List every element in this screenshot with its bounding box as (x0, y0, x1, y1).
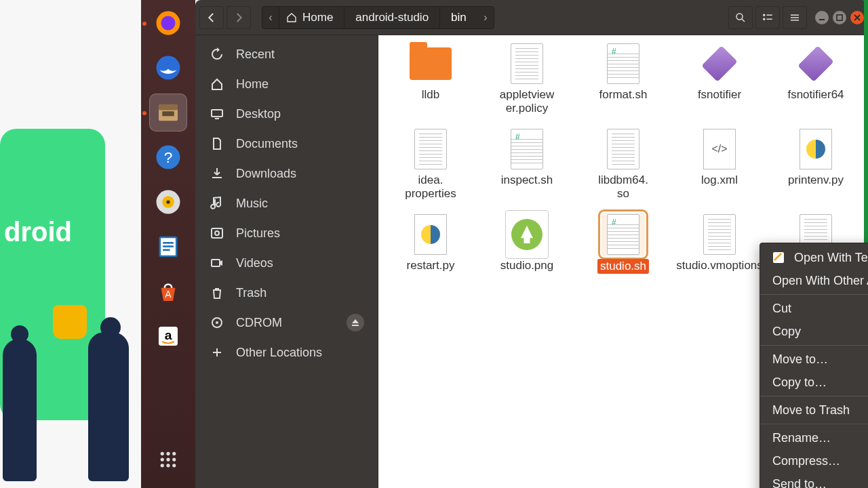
path-next-icon[interactable]: › (477, 12, 494, 24)
sidebar-item-videos[interactable]: Videos (195, 248, 378, 278)
file-item[interactable]: printenv.py (775, 127, 856, 201)
file-label: libdbm64.so (598, 174, 648, 201)
window-close-button[interactable] (850, 11, 864, 24)
sidebar-item-music[interactable]: Music (195, 188, 378, 218)
context-menu-item[interactable]: CopyCtrl+C (760, 320, 868, 343)
dock-software[interactable]: A (149, 272, 187, 310)
nav-forward-button[interactable] (226, 6, 251, 29)
sidebar-item-label: Videos (236, 256, 273, 270)
dock-show-apps[interactable] (149, 441, 187, 479)
dock-help[interactable]: ? (149, 138, 187, 176)
context-menu-label: Cut (772, 302, 791, 316)
file-label: idea.properties (405, 174, 456, 201)
hamburger-menu-button[interactable] (783, 6, 807, 29)
context-menu-label: Open With Text Editor (794, 251, 868, 265)
path-prev-icon[interactable]: ‹ (262, 12, 279, 24)
svg-rect-30 (763, 18, 765, 20)
file-item[interactable]: appletviewer.policy (486, 42, 568, 115)
video-background: droid (0, 0, 142, 488)
dock-rhythmbox[interactable] (149, 183, 187, 221)
dock-writer[interactable] (149, 228, 187, 266)
context-menu-item[interactable]: Open With Other Application (760, 269, 868, 292)
context-menu-item[interactable]: Compress… (760, 449, 868, 472)
file-icon (601, 127, 645, 171)
file-item[interactable]: idea.properties (390, 127, 471, 201)
sidebar-item-label: Home (236, 77, 269, 92)
sidebar-item-label: Documents (236, 137, 298, 151)
file-item[interactable]: fsnotifier (679, 42, 760, 115)
file-icon (601, 42, 645, 85)
svg-text:A: A (165, 289, 172, 300)
path-label: android-studio (355, 11, 429, 24)
svg-rect-34 (791, 17, 799, 18)
file-item[interactable]: lldb (390, 42, 471, 115)
dock-amazon[interactable]: a (149, 317, 187, 355)
context-menu-item[interactable]: Rename…F2 (760, 426, 868, 449)
svg-point-22 (161, 458, 164, 461)
file-item[interactable]: restart.py (390, 213, 471, 274)
pictures-icon (210, 226, 224, 240)
file-item[interactable]: fsnotifier64 (775, 42, 856, 115)
context-menu-item[interactable]: Copy to… (760, 371, 868, 394)
view-toggle-button[interactable] (755, 6, 780, 29)
recent-icon (210, 47, 224, 61)
sidebar-item-documents[interactable]: Documents (195, 129, 378, 159)
dock-firefox[interactable] (149, 4, 187, 42)
sidebar-item-home[interactable]: Home (195, 69, 378, 99)
sidebar-item-label: Pictures (236, 226, 280, 241)
ubuntu-dock: ? A a (141, 0, 195, 488)
file-icon: </> (698, 127, 741, 171)
file-icon (409, 42, 452, 85)
file-item[interactable]: studio.png (486, 213, 568, 274)
file-label: printenv.py (788, 174, 844, 187)
sidebar-item-disc[interactable]: CDROM (195, 308, 378, 338)
sidebar-item-trash[interactable]: Trash (195, 278, 378, 308)
file-item[interactable]: format.sh (583, 42, 664, 115)
search-button[interactable] (728, 6, 753, 29)
eject-button[interactable] (347, 314, 364, 331)
path-segment-android-studio[interactable]: android-studio (344, 7, 439, 28)
file-label: appletviewer.policy (500, 88, 554, 115)
other-icon (210, 346, 224, 359)
sidebar-item-pictures[interactable]: Pictures (195, 218, 378, 248)
context-menu-item[interactable]: Move to TrashDelete (760, 399, 868, 422)
sidebar-item-desktop[interactable]: Desktop (195, 99, 378, 129)
dock-files[interactable] (149, 94, 187, 131)
file-item[interactable]: libdbm64.so (583, 127, 664, 201)
context-menu-label: Move to… (772, 352, 828, 367)
context-menu-item[interactable]: Move to… (760, 348, 868, 371)
file-item[interactable]: inspect.sh (486, 127, 568, 201)
file-item[interactable]: studio.sh (583, 213, 664, 274)
path-label: Home (302, 11, 333, 24)
file-icon (601, 213, 645, 256)
file-label: inspect.sh (501, 174, 553, 187)
context-menu-item[interactable]: CutCtrl+X (760, 297, 868, 320)
path-segment-home[interactable]: Home (279, 7, 344, 28)
context-menu-item[interactable]: Send to… (760, 472, 868, 488)
file-item[interactable]: </>log.xml (679, 127, 760, 201)
svg-rect-35 (791, 20, 799, 21)
window-minimize-button[interactable] (815, 11, 829, 24)
svg-point-20 (166, 452, 170, 455)
context-menu-label: Copy (772, 325, 801, 339)
file-view[interactable]: lldbappletviewer.policyformat.shfsnotifi… (378, 35, 868, 488)
dock-thunderbird[interactable] (149, 49, 187, 87)
file-label: restart.py (407, 259, 455, 272)
path-segment-bin[interactable]: bin (439, 7, 477, 28)
context-menu-label: Move to Trash (772, 403, 850, 418)
file-item[interactable]: studio.vmoptions (679, 213, 760, 274)
context-menu-label: Open With Other Application (772, 274, 868, 288)
sidebar-item-recent[interactable]: Recent (195, 39, 378, 69)
context-menu-label: Rename… (772, 431, 831, 445)
videos-icon (210, 256, 224, 270)
svg-rect-38 (212, 110, 222, 117)
nav-back-button[interactable] (199, 6, 224, 29)
sidebar-item-other[interactable]: Other Locations (195, 338, 378, 367)
context-menu-item[interactable]: Open With Text EditorReturn (760, 246, 868, 269)
svg-rect-5 (162, 111, 174, 116)
window-controls (815, 11, 864, 24)
svg-rect-4 (159, 104, 178, 110)
window-maximize-button[interactable] (833, 11, 846, 24)
file-label: lldb (422, 88, 439, 102)
sidebar-item-downloads[interactable]: Downloads (195, 159, 378, 188)
